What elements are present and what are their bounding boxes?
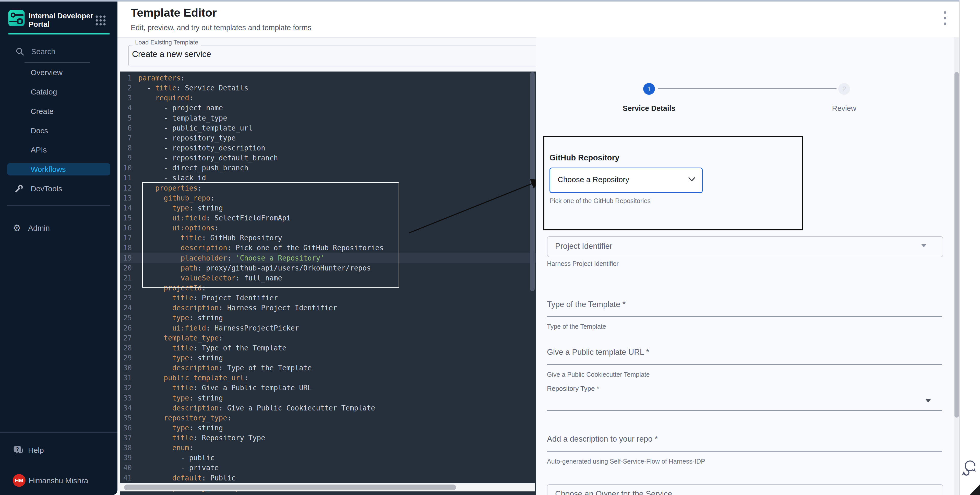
gear-icon: ⚙ (13, 222, 21, 234)
user-name: Himanshu Mishra (29, 474, 88, 487)
sidebar-item-apis[interactable]: APIs (0, 144, 118, 156)
corner-launcher[interactable] (970, 484, 980, 495)
app-grid-icon[interactable] (95, 15, 107, 26)
public-template-url-input[interactable] (547, 364, 942, 365)
annotation-code-highlight-box (142, 182, 399, 288)
help-chat-icon: ? (13, 445, 24, 455)
template-type-helper: Type of the Template (547, 323, 606, 330)
support-chat-icon[interactable] (961, 459, 977, 477)
right-gutter (959, 0, 980, 495)
sidebar-item-help[interactable]: ? Help (0, 444, 118, 457)
repository-type-label: Repository Type * (547, 385, 599, 393)
github-repository-value: Choose a Repository (558, 175, 629, 184)
github-repository-helper: Pick one of the GitHub Repositories (549, 197, 651, 205)
project-identifier-caret-icon[interactable] (921, 244, 926, 247)
stepper-label-review: Review (808, 104, 880, 113)
project-identifier-helper: Harness Project Identifier (547, 260, 619, 267)
search-placeholder: Search (31, 45, 56, 58)
page-subtitle: Edit, preview, and try out templates and… (131, 24, 312, 32)
repo-description-label: Add a description to your repo * (547, 435, 658, 444)
avatar: HM (13, 474, 25, 487)
stepper-step-1[interactable]: 1 (643, 83, 655, 95)
search-icon (15, 47, 24, 56)
kebab-menu-icon[interactable] (941, 11, 949, 27)
idp-logo-icon[interactable] (8, 10, 25, 26)
project-identifier-placeholder: Project Identifier (555, 242, 612, 251)
page-title: Template Editor (131, 6, 217, 19)
template-type-label: Type of the Template * (547, 300, 625, 309)
stepper-connector (658, 88, 837, 89)
owner-placeholder: Choose an Owner for the Service (555, 489, 672, 495)
page-header (118, 2, 959, 38)
sidebar: Internal Developer Portal Search Overvie… (0, 2, 118, 495)
sidebar-item-docs[interactable]: Docs (0, 125, 118, 137)
sidebar-search[interactable]: Search (15, 45, 107, 58)
repository-type-caret-icon[interactable] (925, 399, 931, 403)
public-template-url-helper: Give a Public Cookiecutter Template (547, 371, 650, 378)
stepper-label-service-details: Service Details (613, 104, 685, 113)
page-scrollbar-thumb[interactable] (955, 72, 959, 418)
user-menu[interactable]: HM Himanshu Mishra (13, 474, 110, 487)
editor-horizontal-scroll-thumb[interactable] (124, 484, 456, 490)
sidebar-item-overview[interactable]: Overview (0, 67, 118, 79)
sidebar-item-workflows[interactable]: Workflows (7, 163, 110, 175)
sidebar-item-catalog[interactable]: Catalog (0, 86, 118, 98)
help-label: Help (28, 444, 44, 457)
public-template-url-label: Give a Public template URL * (547, 348, 649, 357)
admin-label: Admin (28, 222, 50, 234)
repo-description-helper: Auto-generated using Self-Service-Flow o… (547, 458, 705, 465)
wrench-icon (14, 184, 24, 193)
app-root: Internal Developer Portal Search Overvie… (0, 0, 980, 495)
github-repository-label: GitHub Repository (549, 153, 619, 162)
stepper-step-2[interactable]: 2 (838, 83, 850, 95)
chevron-down-icon[interactable] (687, 176, 696, 182)
search-underline (24, 62, 90, 63)
sidebar-footer-divider (0, 432, 118, 433)
sidebar-divider (7, 205, 110, 206)
annotation-arrow (398, 169, 552, 245)
sidebar-item-create[interactable]: Create (0, 105, 118, 118)
repository-type-select[interactable] (547, 410, 942, 411)
load-template-label: Load Existing Template (132, 39, 201, 46)
repo-description-input[interactable] (547, 451, 942, 452)
svg-text:?: ? (16, 446, 19, 452)
load-template-value: Create a new service (132, 49, 211, 59)
sidebar-item-admin[interactable]: ⚙ Admin (0, 222, 118, 234)
template-type-input[interactable] (547, 316, 942, 317)
sidebar-accent-divider (8, 33, 110, 35)
portal-title: Internal Developer Portal (29, 12, 105, 29)
sidebar-item-devtools[interactable]: DevTools (0, 183, 118, 195)
